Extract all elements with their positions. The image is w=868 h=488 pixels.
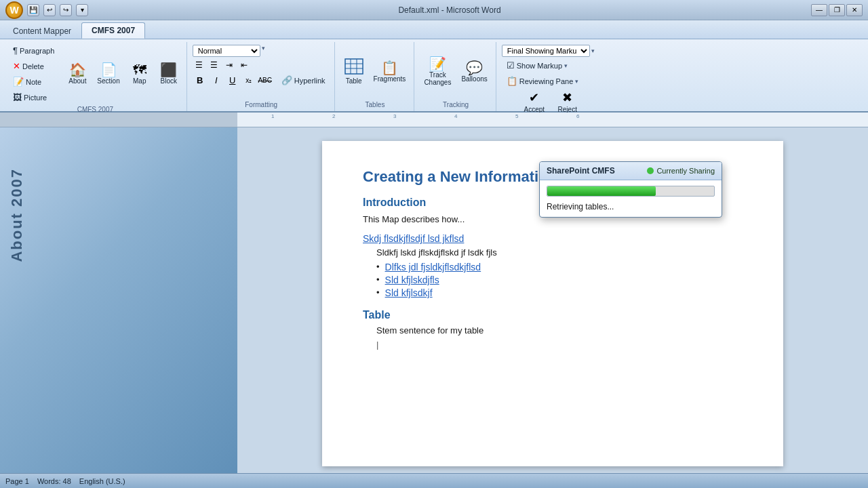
skdj-heading: Skdj flsdkjflsdjf lsd jkflsd [363, 232, 743, 245]
style-select[interactable]: Normal Heading 1 Heading 2 [193, 45, 260, 57]
table-heading: Table [363, 309, 743, 321]
reject-button[interactable]: ✖ Reject [552, 88, 583, 115]
section-icon: 📄 [100, 63, 117, 77]
bold-button[interactable]: B [193, 73, 208, 87]
formatting-row2: ☰ ☰ ⇥ ⇤ [193, 59, 330, 71]
window-title: Default.xml - Microsoft Word [88, 5, 811, 15]
office-button[interactable]: W [5, 1, 23, 19]
popup-title: SharePoint CMFS [547, 166, 615, 176]
progress-bar [547, 186, 715, 197]
small-btns-col: ¶ Paragraph ✕ Delete 📝 Note 🖼 Picture [8, 43, 59, 104]
document-area[interactable]: Creating a New Information Management In… [237, 127, 868, 473]
reject-icon: ✖ [562, 90, 572, 105]
ribbon-group-tracking: 📝 Track Changes 💬 Balloons Tracking [416, 42, 496, 111]
ribbon-group-formatting: Normal Heading 1 Heading 2 ▾ ☰ ☰ ⇥ ⇤ B I… [189, 42, 335, 111]
statusbar-words: Words: 48 [37, 477, 71, 485]
bullet-link-3[interactable]: Sld kfjlsdkjf [385, 287, 433, 298]
svg-rect-0 [345, 59, 363, 74]
reviewing-pane-arrow: ▾ [575, 78, 578, 85]
quick-redo-button[interactable]: ↪ [60, 4, 72, 16]
list-unordered-button[interactable]: ☰ [193, 59, 206, 71]
popup-status: Currently Sharing [647, 167, 715, 175]
statusbar-page: Page 1 [5, 477, 29, 485]
restore-button[interactable]: ❐ [829, 4, 845, 16]
ribbon-tabs: Content Mapper CMFS 2007 [0, 20, 868, 39]
picture-button[interactable]: 🖼 Picture [8, 90, 59, 104]
balloons-icon: 💬 [466, 61, 483, 75]
accept-icon: ✔ [529, 90, 539, 105]
ribbon-group-tables: Table 📋 Fragments Tables [336, 42, 415, 111]
underline-button[interactable]: U [225, 73, 240, 87]
statusbar-language: English (U.S.) [79, 477, 125, 485]
hyperlink-icon: 🔗 [281, 75, 292, 85]
ruler-mark-1: 1 [271, 113, 274, 119]
accept-button[interactable]: ✔ Accept [519, 88, 549, 115]
quick-more-button[interactable]: ▾ [76, 4, 88, 16]
tab-cmfs-2007[interactable]: CMFS 2007 [81, 22, 145, 39]
track-changes-button[interactable]: 📝 Track Changes [420, 55, 455, 88]
ribbon-group-elements: ¶ Paragraph ✕ Delete 📝 Note 🖼 Picture [4, 42, 187, 111]
quick-save-button[interactable]: 💾 [27, 4, 39, 16]
formatting-row3: B I U x₂ ABC 🔗 Hyperlink [193, 73, 330, 87]
section-button[interactable]: 📄 Section [93, 61, 123, 87]
strikethrough-button[interactable]: ABC [258, 73, 273, 87]
reviewing-pane-button[interactable]: 📋 Reviewing Pane ▾ [502, 74, 595, 88]
bullet-link-1[interactable]: Dlfks jdl fjsldkjflsdkjflsd [385, 262, 481, 272]
indent-decrease-button[interactable]: ⇤ [237, 59, 251, 71]
reviewing-pane-icon: 📋 [507, 76, 517, 86]
style-dropdown-arrow: ▾ [262, 45, 265, 57]
bullet-item-2: • Sld kfjlskdjfls [376, 274, 743, 285]
tab-content-mapper[interactable]: Content Mapper [3, 23, 81, 39]
skdj-body: Sldkfj lskd jflskdjflskd jf lsdk fjls [376, 247, 743, 258]
delete-button[interactable]: ✕ Delete [8, 59, 59, 73]
progress-bar-fill [547, 186, 656, 196]
ribbon-group-change-review: Final Showing Markup Final Original ▾ ☑ … [498, 42, 599, 111]
ruler-mark-4: 4 [454, 113, 457, 119]
table-icon [344, 58, 363, 77]
show-markup-button[interactable]: ☑ Show Markup ▾ [502, 58, 595, 73]
tracking-row: 📝 Track Changes 💬 Balloons [420, 43, 491, 100]
subscript-button[interactable]: x₂ [241, 73, 256, 87]
picture-icon: 🖼 [13, 92, 22, 102]
formatting-row1: Normal Heading 1 Heading 2 ▾ [193, 45, 330, 57]
indent-increase-button[interactable]: ⇥ [222, 59, 236, 71]
formatting-content: Normal Heading 1 Heading 2 ▾ ☰ ☰ ⇥ ⇤ B I… [193, 43, 330, 87]
paragraph-button[interactable]: ¶ Paragraph [8, 43, 59, 58]
block-button[interactable]: ⬛ Block [155, 61, 182, 87]
map-icon: 🗺 [133, 63, 146, 77]
balloons-button[interactable]: 💬 Balloons [457, 59, 491, 85]
tracking-label: Tracking [443, 100, 469, 110]
paragraph-icon: ¶ [13, 45, 18, 56]
close-button[interactable]: ✕ [846, 4, 863, 16]
left-sidebar: About 2007 [0, 127, 237, 473]
window-controls: — ❐ ✕ [811, 4, 863, 16]
show-markup-arrow: ▾ [564, 62, 568, 69]
ribbon: ¶ Paragraph ✕ Delete 📝 Note 🖼 Picture [0, 39, 868, 113]
table-button[interactable]: Table [340, 56, 368, 87]
fragments-button[interactable]: 📋 Fragments [370, 59, 410, 85]
italic-button[interactable]: I [209, 73, 224, 87]
about-button[interactable]: 🏠 About [64, 61, 91, 87]
accept-reject-row: ✔ Accept ✖ Reject [519, 88, 583, 115]
popup-status-text: Retrieving tables... [547, 202, 715, 211]
bullet-item-1: • Dlfks jdl fjsldkjflsdkjflsd [376, 262, 743, 272]
popup-header: SharePoint CMFS Currently Sharing [540, 162, 722, 180]
list-ordered-button[interactable]: ☰ [208, 59, 221, 71]
ruler-mark-2: 2 [332, 113, 335, 119]
skdj-link[interactable]: Skdj flsdkjflsdjf lsd jkflsd [363, 233, 464, 244]
sharepoint-popup: SharePoint CMFS Currently Sharing Retrie… [539, 161, 722, 218]
tables-label: Tables [366, 100, 385, 110]
minimize-button[interactable]: — [811, 4, 827, 16]
quick-undo-button[interactable]: ↩ [43, 4, 56, 16]
map-button[interactable]: 🗺 Map [126, 61, 153, 87]
popup-body: Retrieving tables... [540, 180, 722, 217]
note-button[interactable]: 📝 Note [8, 75, 59, 89]
tables-row: Table 📋 Fragments [340, 43, 410, 100]
bullet-item-3: • Sld kfjlsdkjf [376, 287, 743, 298]
ruler: 1 2 3 4 5 6 [0, 113, 868, 127]
ruler-mark-3: 3 [393, 113, 396, 119]
hyperlink-button[interactable]: 🔗 Hyperlink [277, 73, 330, 87]
popup-status-label: Currently Sharing [656, 167, 715, 175]
bullet-link-2[interactable]: Sld kfjlskdjfls [385, 274, 439, 285]
markup-select[interactable]: Final Showing Markup Final Original [502, 45, 590, 57]
